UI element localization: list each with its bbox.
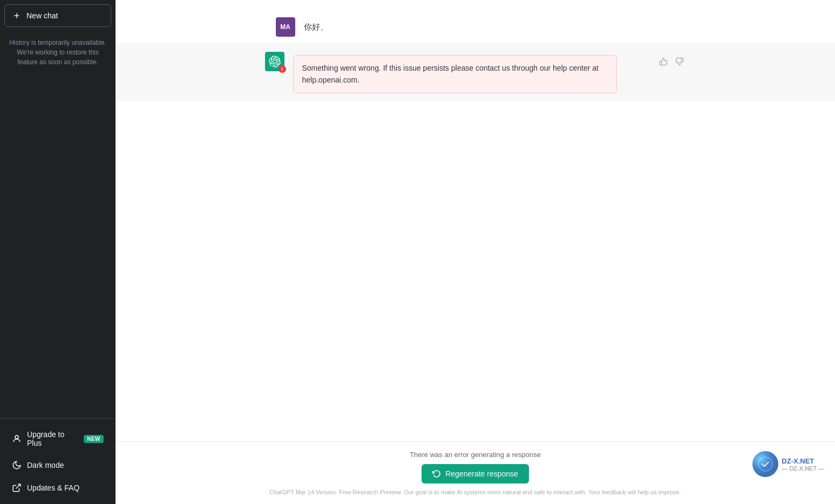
new-chat-label: New chat — [26, 11, 58, 20]
regenerate-button[interactable]: Regenerate response — [422, 464, 529, 483]
sidebar-item-upgrade[interactable]: Upgrade to Plus NEW — [4, 424, 111, 453]
svg-point-2 — [15, 435, 18, 439]
sidebar-item-dark-mode[interactable]: Dark mode — [4, 454, 111, 476]
refresh-icon — [432, 469, 441, 478]
dark-mode-label: Dark mode — [27, 461, 64, 469]
svg-line-3 — [16, 484, 21, 488]
thumbs-down-icon — [675, 57, 684, 66]
sidebar: New chat History is temporarily unavaila… — [0, 0, 116, 504]
user-message-row: MA 你好、 — [233, 11, 718, 43]
watermark-logo — [752, 451, 778, 477]
updates-label: Updates & FAQ — [27, 483, 79, 492]
chat-area: MA 你好、 ! Something went wrong. If this i… — [116, 0, 835, 441]
sidebar-item-updates[interactable]: Updates & FAQ — [4, 477, 111, 499]
sidebar-bottom: Upgrade to Plus NEW Dark mode Updates & … — [0, 418, 116, 504]
thumbs-up-icon — [659, 57, 668, 66]
watermark-text: DZ-X.NET — DZ-X.NET — — [782, 457, 824, 472]
checkmark-icon — [758, 457, 773, 472]
watermark: DZ-X.NET — DZ-X.NET — — [752, 451, 824, 477]
error-status-text: There was an error generating a response — [410, 451, 541, 459]
user-message-text: 你好、 — [304, 17, 675, 33]
user-icon — [12, 434, 22, 444]
error-text: Something went wrong. If this issue pers… — [302, 64, 599, 84]
plus-icon — [12, 11, 21, 20]
thumbs-up-button[interactable] — [657, 55, 670, 70]
watermark-title: DZ-X.NET — [782, 457, 824, 465]
regen-label: Regenerate response — [445, 469, 518, 478]
message-actions — [657, 52, 686, 70]
bottom-bar: There was an error generating a response… — [116, 441, 835, 504]
error-box: Something went wrong. If this issue pers… — [293, 55, 617, 93]
moon-icon — [12, 460, 22, 470]
assistant-message-content: Something went wrong. If this issue pers… — [293, 52, 648, 93]
upgrade-label: Upgrade to Plus — [27, 430, 78, 447]
footer-text: ChatGPT Mar 14 Version. Free Research Pr… — [248, 489, 703, 495]
main-panel: MA 你好、 ! Something went wrong. If this i… — [116, 0, 835, 504]
user-avatar: MA — [276, 17, 295, 37]
watermark-sub: — DZ-X.NET — — [782, 465, 824, 472]
history-notice: History is temporarily unavailable. We'r… — [0, 31, 116, 73]
chatgpt-logo — [269, 56, 281, 67]
svg-point-4 — [759, 457, 773, 471]
assistant-message-row: ! Something went wrong. If this issue pe… — [116, 43, 835, 102]
thumbs-down-button[interactable] — [673, 55, 686, 70]
new-chat-button[interactable]: New chat — [4, 4, 111, 27]
external-link-icon — [12, 483, 22, 493]
error-badge-icon: ! — [279, 65, 286, 73]
new-badge: NEW — [84, 435, 104, 443]
bot-avatar: ! — [265, 52, 284, 71]
